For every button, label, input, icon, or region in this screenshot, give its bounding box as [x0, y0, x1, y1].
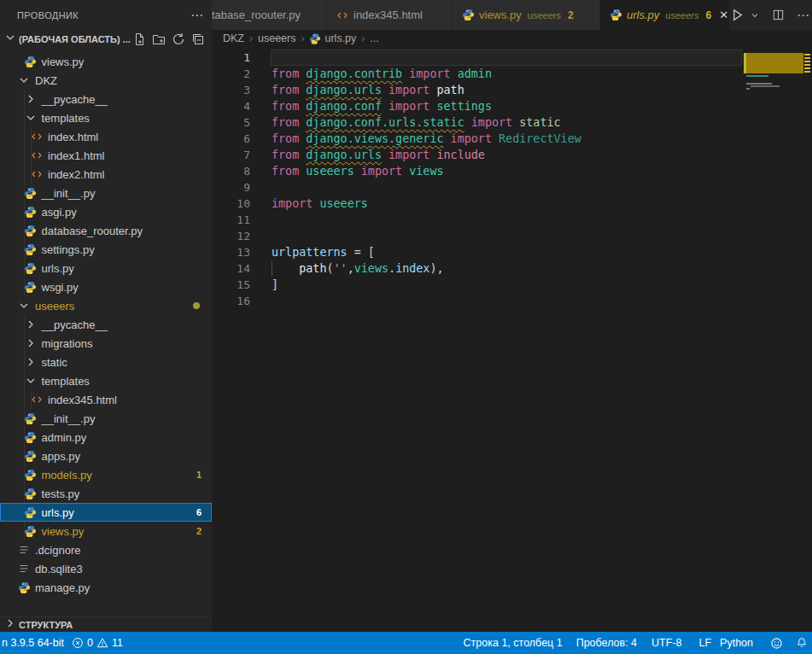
breadcrumb-item[interactable]: urls.py	[324, 32, 356, 44]
more-actions-icon[interactable]: ⋯	[797, 8, 809, 23]
minimap-line-mark	[746, 88, 750, 90]
tree-folder-useeers[interactable]: useeers	[0, 296, 212, 315]
new-file-icon[interactable]	[132, 32, 146, 46]
file-tree: views.pyDKZ__pycache__templatesindex.htm…	[0, 52, 212, 597]
code-editor[interactable]: 12from django.contrib import admin3from …	[212, 47, 812, 632]
explorer-title: ПРОВОДНИК	[17, 10, 79, 20]
tree-file-database-roouter-py[interactable]: database_roouter.py	[0, 221, 212, 240]
line-number: 14	[212, 260, 250, 277]
minimap-warning-block	[746, 53, 803, 73]
cursor-position-status[interactable]: Строка 1, столбец 1	[464, 637, 563, 649]
tree-file-index2-html[interactable]: index2.html	[0, 165, 212, 184]
chevron-down-icon	[17, 73, 31, 87]
feedback-icon[interactable]	[770, 637, 783, 650]
tree-file-admin-py[interactable]: admin.py	[0, 428, 212, 447]
breadcrumb-separator-icon: ›	[361, 32, 365, 44]
breadcrumb-item[interactable]: useeers	[258, 32, 295, 44]
tree-file-index345-html[interactable]: index345.html	[0, 390, 212, 409]
code-text: from django.contrib import admin	[250, 66, 492, 82]
run-dropdown-chevron-icon[interactable]	[750, 10, 760, 20]
tree-item-label: manage.py	[35, 581, 90, 594]
tree-file-wsgi-py[interactable]: wsgi.py	[0, 277, 212, 296]
tree-file-index1-html[interactable]: index1.html	[0, 146, 212, 165]
tree-file-manage-py[interactable]: manage.py	[0, 578, 212, 597]
tree-file-asgi-py[interactable]: asgi.py	[0, 202, 212, 221]
tree-folder-dkz[interactable]: DKZ	[0, 71, 212, 90]
tree-folder-migrations[interactable]: migrations	[0, 334, 212, 353]
outline-section-header[interactable]: СТРУКТУРА	[0, 616, 212, 632]
tree-file-settings-py[interactable]: settings.py	[0, 240, 212, 259]
chevron-right-icon	[24, 318, 38, 331]
tree-file-urls-py[interactable]: urls.py6	[0, 503, 212, 522]
tree-item-label: static	[42, 356, 67, 369]
problems-badge: 1	[196, 470, 202, 480]
encoding-status[interactable]: UTF-8	[651, 637, 681, 649]
tab-label: index345.html	[353, 9, 423, 21]
chevron-down-icon	[17, 299, 31, 312]
indentation-status[interactable]: Пробелов: 4	[576, 637, 637, 649]
python-file-icon	[24, 261, 38, 275]
breadcrumb-separator-icon: ›	[301, 32, 304, 44]
line-number: 1	[212, 50, 250, 66]
tree-item-label: urls.py	[42, 262, 74, 275]
code-line-4: 4from django.conf import settings	[212, 98, 812, 114]
code-text: urlpatterns = [	[250, 244, 375, 260]
tree-file-urls-py[interactable]: urls.py	[0, 259, 212, 277]
editor-group: tabase_roouter.pyindex345.htmlviews.pyus…	[212, 0, 812, 632]
breadcrumb-separator-icon: ›	[249, 32, 253, 44]
code-line-7: 7from django.urls import include	[212, 147, 812, 163]
code-line-6: 6from django.views.generic import Redire…	[212, 131, 812, 147]
tab-urls-py[interactable]: urls.pyuseeers6✕	[600, 0, 730, 30]
tab-index345-html[interactable]: index345.html	[327, 0, 453, 30]
line-number: 10	[212, 196, 250, 212]
tree-file-models-py[interactable]: models.py1	[0, 465, 212, 484]
tree-file--init-py[interactable]: __init__.py	[0, 409, 212, 428]
tree-folder-static[interactable]: static	[0, 353, 212, 371]
explorer-more-actions-icon[interactable]: ⋯	[190, 11, 203, 20]
tree-file-views-py[interactable]: views.py	[0, 52, 212, 71]
tree-folder-templates[interactable]: templates	[0, 108, 212, 127]
python-file-icon	[24, 55, 38, 68]
problems-status[interactable]: 0 11	[72, 637, 123, 649]
tab-label: views.py	[479, 9, 522, 21]
python-interpreter-status[interactable]: n 3.9.5 64-bit	[2, 637, 64, 649]
tree-folder--pycache-[interactable]: __pycache__	[0, 315, 212, 334]
close-icon[interactable]: ✕	[719, 9, 728, 21]
tree-file--init-py[interactable]: __init__.py	[0, 184, 212, 202]
python-file-icon	[24, 412, 38, 425]
tree-file-index-html[interactable]: index.html	[0, 127, 212, 146]
tree-item-label: asgi.py	[42, 206, 77, 219]
refresh-icon[interactable]	[172, 32, 185, 46]
collapse-all-icon[interactable]	[191, 32, 205, 46]
breadcrumb-item[interactable]: DKZ	[223, 32, 244, 44]
new-folder-icon[interactable]	[152, 32, 166, 46]
tree-file-views-py[interactable]: views.py2	[0, 522, 212, 540]
tree-item-label: views.py	[42, 525, 85, 538]
tree-item-label: models.py	[42, 469, 92, 482]
language-mode-status[interactable]: Python	[720, 637, 753, 649]
split-editor-icon[interactable]	[772, 9, 785, 21]
workspace-section-header[interactable]: (РАБОЧАЯ ОБЛАСТЬ) ...	[0, 30, 212, 49]
tree-item-label: index.html	[48, 131, 98, 143]
minimap[interactable]	[744, 49, 812, 143]
line-number: 3	[212, 82, 250, 98]
tree-file--dcignore[interactable]: .dcignore	[0, 540, 212, 559]
tree-item-label: database_roouter.py	[42, 225, 143, 237]
eol-status[interactable]: LF	[698, 637, 711, 649]
breadcrumb[interactable]: DKZ›useeers›urls.py›...	[212, 30, 812, 47]
tab-tabase-roouter-py[interactable]: tabase_roouter.py	[212, 0, 327, 30]
tree-file-tests-py[interactable]: tests.py	[0, 484, 212, 503]
breadcrumb-item[interactable]: ...	[370, 32, 378, 44]
tree-folder--pycache-[interactable]: __pycache__	[0, 90, 212, 108]
bell-icon[interactable]	[796, 637, 808, 649]
tree-file-apps-py[interactable]: apps.py	[0, 447, 212, 465]
code-line-16: 16	[212, 293, 812, 309]
chevron-right-icon	[24, 355, 38, 369]
error-icon	[72, 637, 84, 649]
python-file-icon	[17, 581, 31, 594]
tree-folder-templates[interactable]: templates	[0, 371, 212, 390]
code-line-9: 9	[212, 179, 812, 196]
tab-views-py[interactable]: views.pyuseeers2	[453, 0, 600, 30]
tree-file-db-sqlite3[interactable]: db.sqlite3	[0, 559, 212, 578]
run-python-file-icon[interactable]	[730, 8, 745, 22]
